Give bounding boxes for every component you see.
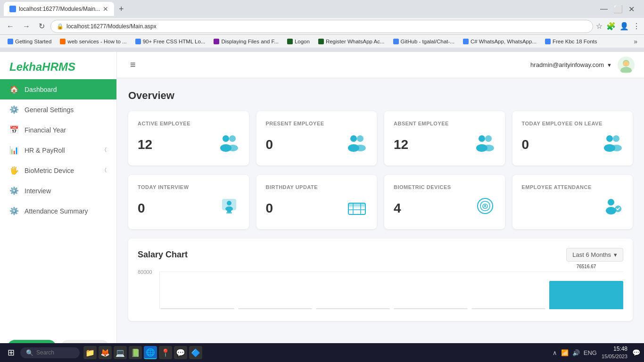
chart-bar-group [238, 272, 312, 309]
avatar[interactable] [618, 57, 635, 74]
bookmark-fonts[interactable]: Free Kbc 18 Fonts [541, 38, 601, 45]
sidebar-item-dashboard[interactable]: 🏠 Dashboard [0, 79, 116, 99]
bookmark-whatsapp[interactable]: Register WhatsApp Ac... [314, 38, 388, 45]
home-icon: 🏠 [9, 85, 19, 94]
tray-up-icon[interactable]: ∧ [553, 349, 557, 356]
window-close-btn[interactable]: ✕ [628, 5, 635, 14]
card-body: 12 [394, 133, 495, 156]
start-button[interactable]: ⊞ [4, 346, 18, 360]
bookmark-logon[interactable]: Logon [283, 38, 314, 45]
logo-text: LekhaHRMS [9, 60, 75, 73]
reload-button[interactable]: ↻ [36, 20, 48, 33]
attendance-icon: ⚙️ [9, 206, 19, 215]
chart-bar [238, 308, 312, 309]
chart-bar-group [160, 272, 234, 309]
bookmark-label: Register WhatsApp Ac... [326, 39, 385, 44]
tab-close-button[interactable]: ✕ [103, 5, 108, 13]
taskbar-search-input[interactable] [36, 349, 74, 356]
lang-label: ENG [584, 349, 597, 356]
stats-cards-row1: ACTIVE EMPLOYEE 12 [128, 111, 633, 165]
bookmark-label: C# WhatsApp, WhatsApp... [471, 39, 537, 44]
chart-filter-dropdown[interactable]: Last 6 Months ▾ [566, 248, 623, 262]
search-icon: 🔍 [26, 349, 33, 356]
bookmark-getting-started[interactable]: Getting Started [4, 38, 55, 45]
stats-cards-row2: TODAY INTERVIEW 0 [128, 175, 633, 229]
chart-icon: 📊 [9, 146, 19, 155]
main-content: Overview ACTIVE EMPLOYEE 12 [117, 78, 644, 362]
interview-icon: ⚙️ [9, 186, 19, 195]
clock[interactable]: 15:48 15/05/2023 [602, 345, 627, 360]
volume-icon[interactable]: 🔊 [572, 349, 580, 356]
sidebar-item-label: HR & PayRoll [25, 147, 65, 154]
taskbar-app-cmd[interactable]: 💻 [114, 346, 127, 359]
svg-point-12 [479, 135, 485, 142]
overview-title: Overview [128, 90, 633, 102]
sidebar-item-hr-payroll[interactable]: 📊 HR & PayRoll 〈 [0, 140, 116, 160]
svg-point-31 [484, 205, 486, 207]
browser-tab[interactable]: localhost:16277/Modules/Main... ✕ [4, 2, 114, 16]
svg-point-11 [355, 145, 366, 151]
bookmark-csharp[interactable]: C# WhatsApp, WhatsApp... [459, 38, 540, 45]
bookmark-favicon [60, 39, 66, 44]
forward-button[interactable]: → [20, 20, 33, 33]
bookmark-icon[interactable]: ☆ [596, 22, 603, 31]
card-title: EMPLOYEE ATTENDANCE [522, 184, 624, 190]
back-button[interactable]: ← [4, 20, 17, 33]
employees-icon [219, 133, 239, 156]
card-value: 0 [522, 137, 529, 152]
sidebar-item-biometric[interactable]: 🖐 BioMetric Device 〈 [0, 160, 116, 181]
sidebar-item-interview[interactable]: ⚙️ Interview [0, 181, 116, 201]
bookmarks-bar: Getting Started web services - How to ..… [0, 35, 644, 48]
card-value: 12 [394, 137, 408, 152]
network-icon: 📶 [561, 349, 569, 356]
settings-icon: ⚙️ [9, 105, 19, 114]
menu-icon[interactable]: ⋮ [633, 22, 640, 31]
card-body: 0 [522, 133, 624, 156]
new-tab-button[interactable]: + [116, 4, 127, 14]
svg-rect-30 [348, 203, 365, 206]
address-bar[interactable]: 🔒 localhost:16277/Modules/Main.aspx [50, 20, 593, 33]
card-title: ACTIVE EMPLOYEE [138, 121, 239, 126]
notification-icon[interactable]: 💬 [632, 349, 640, 356]
sidebar-item-financial-year[interactable]: 📅 Financial Year [0, 120, 116, 140]
card-employee-attendance: EMPLOYEE ATTENDANCE [512, 175, 633, 229]
sidebar-toggle-button[interactable]: ≡ [126, 58, 140, 72]
bookmark-css[interactable]: 90+ Free CSS HTML Lo... [132, 38, 209, 45]
bookmark-favicon [8, 39, 13, 44]
filter-label: Last 6 Months [572, 251, 611, 258]
taskbar-app-vs[interactable]: 🔷 [189, 346, 202, 359]
bookmark-web-services[interactable]: web services - How to ... [56, 38, 130, 45]
bookmark-github[interactable]: GitHub - tgalal/Chat-... [389, 38, 458, 45]
sidebar-item-label: Dashboard [25, 86, 57, 93]
window-minimize-btn[interactable]: — [600, 5, 608, 13]
bookmarks-more-button[interactable]: » [631, 37, 640, 46]
svg-point-7 [228, 145, 238, 151]
chart-title: Salary Chart [138, 250, 188, 260]
user-menu[interactable]: hradmin@arityinfoway.com ▼ [530, 61, 612, 68]
taskbar-app-excel[interactable]: 📗 [129, 346, 142, 359]
taskbar-app-maps[interactable]: 📍 [159, 346, 172, 359]
svg-rect-3 [623, 62, 629, 66]
card-body [522, 197, 624, 220]
extensions-icon[interactable]: 🧩 [606, 22, 616, 31]
card-employee-on-leave: TODAY EMPLOYEE ON LEAVE 0 [512, 111, 633, 165]
card-birthday-update: BIRTHDAY UPDATE 0 [256, 175, 377, 229]
card-body: 0 [138, 197, 239, 220]
window-restore-btn[interactable]: ⬜ [613, 5, 623, 14]
card-value: 0 [266, 137, 273, 152]
taskbar-app-whatsapp[interactable]: 💬 [174, 346, 187, 359]
sidebar-item-general-settings[interactable]: ⚙️ General Settings [0, 99, 116, 120]
profile-icon[interactable]: 👤 [619, 22, 629, 31]
sidebar-item-attendance[interactable]: ⚙️ Attendance Summary [0, 201, 116, 221]
taskbar-app-browser[interactable]: 🌐 [144, 346, 157, 359]
taskbar-app-explorer[interactable]: 📁 [83, 346, 97, 359]
bookmark-favicon [135, 39, 141, 44]
taskbar-search[interactable]: 🔍 [20, 347, 80, 358]
sidebar-item-label: BioMetric Device [25, 167, 74, 174]
avatar-image [619, 58, 634, 73]
bookmark-displaying[interactable]: Displaying Files and F... [210, 38, 282, 45]
dropdown-icon: ▼ [607, 62, 612, 68]
chart-bar [316, 308, 390, 309]
taskbar-app-firefox[interactable]: 🦊 [99, 346, 112, 359]
bookmark-favicon [545, 39, 551, 44]
